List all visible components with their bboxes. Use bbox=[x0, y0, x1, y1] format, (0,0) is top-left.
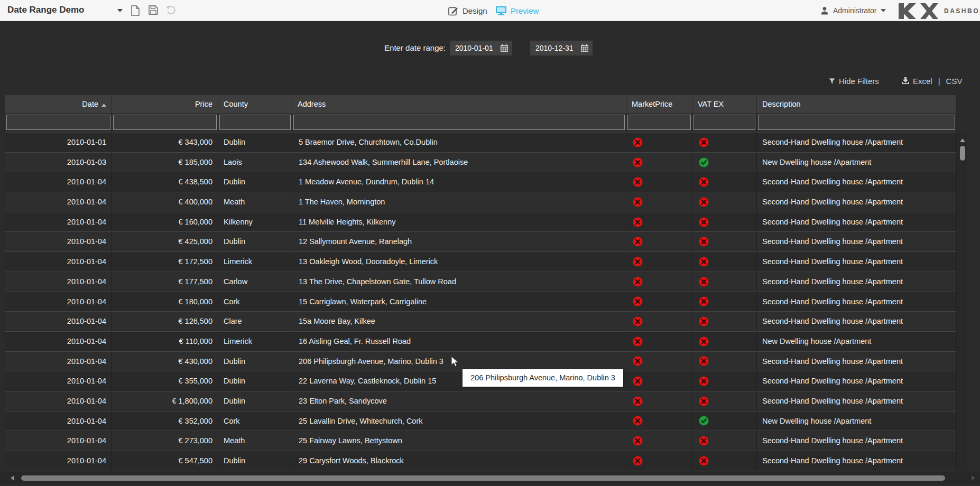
undo-button[interactable] bbox=[166, 5, 177, 15]
cell-price: € 160,000 bbox=[112, 212, 218, 232]
horizontal-scrollbar[interactable] bbox=[0, 472, 980, 484]
cancel-icon bbox=[699, 197, 709, 207]
scroll-right-icon[interactable] bbox=[972, 475, 975, 481]
cancel-icon bbox=[633, 456, 643, 466]
table-row[interactable]: 2010-01-04€ 430,000Dublin206 Philipsburg… bbox=[5, 352, 957, 372]
export-controls: Excel | CSV bbox=[902, 74, 962, 87]
cancel-icon bbox=[633, 316, 643, 326]
table-row[interactable]: 2010-01-01€ 343,000Dublin5 Braemor Drive… bbox=[5, 133, 957, 153]
cancel-icon bbox=[633, 197, 643, 207]
design-label: Design bbox=[463, 6, 487, 15]
cell-date: 2010-01-04 bbox=[5, 371, 112, 391]
new-dashboard-button[interactable] bbox=[131, 5, 140, 16]
cell-address: 15a Moore Bay, Kilkee bbox=[292, 312, 626, 332]
column-header-description[interactable]: Description bbox=[757, 95, 957, 113]
cell-marketprice bbox=[626, 272, 692, 292]
cell-date: 2010-01-04 bbox=[5, 391, 112, 412]
end-date-value: 2010-12-31 bbox=[535, 44, 574, 52]
export-csv-button[interactable]: CSV bbox=[946, 77, 963, 86]
cell-date: 2010-01-04 bbox=[5, 332, 112, 352]
cell-address: 25 Fairway Lawns, Bettystown bbox=[292, 431, 626, 451]
column-header-price[interactable]: Price bbox=[112, 95, 218, 113]
cell-description: Second-Hand Dwelling house /Apartment bbox=[757, 391, 957, 412]
filter-input-price[interactable] bbox=[113, 115, 217, 130]
cancel-icon bbox=[633, 217, 643, 227]
cell-vatex bbox=[692, 312, 757, 332]
cell-address: 11 Melville Heights, Kilkenny bbox=[292, 212, 626, 232]
cell-marketprice bbox=[626, 371, 692, 391]
kx-mark-icon bbox=[899, 3, 939, 19]
table-row[interactable]: 2010-01-04€ 438,500Dublin1 Meadow Avenue… bbox=[5, 172, 957, 192]
save-button[interactable] bbox=[149, 5, 158, 15]
cell-address: 12 Sallymount Avenue, Ranelagh bbox=[292, 232, 626, 252]
tab-preview[interactable]: Preview bbox=[496, 0, 539, 21]
table-row[interactable]: 2010-01-03€ 185,000Laois134 Ashewood Wal… bbox=[5, 153, 957, 173]
preview-label: Preview bbox=[511, 6, 539, 15]
cell-description: Second-Hand Dwelling house /Apartment bbox=[757, 431, 957, 451]
table-row[interactable]: 2010-01-04€ 400,000Meath1 The Haven, Mor… bbox=[5, 192, 957, 212]
cell-description: Second-Hand Dwelling house /Apartment bbox=[757, 252, 957, 272]
scroll-left-icon[interactable] bbox=[11, 475, 14, 481]
scroll-up-icon[interactable] bbox=[960, 138, 965, 142]
dashboard-select-caret-icon[interactable] bbox=[117, 9, 123, 12]
cell-description: Second-Hand Dwelling house /Apartment bbox=[757, 352, 957, 372]
table-row[interactable]: 2010-01-04€ 273,000Meath25 Fairway Lawns… bbox=[5, 431, 957, 451]
top-bar: Date Range Demo Design bbox=[0, 0, 980, 21]
column-header-county[interactable]: County bbox=[218, 95, 292, 113]
calendar-icon bbox=[581, 44, 588, 52]
cell-vatex bbox=[692, 451, 757, 471]
preview-monitor-icon bbox=[496, 6, 506, 15]
filter-input-county[interactable] bbox=[219, 115, 291, 130]
column-header-marketprice[interactable]: MarketPrice bbox=[626, 95, 692, 113]
column-header-vatex[interactable]: VAT EX bbox=[692, 95, 757, 113]
hide-filters-button[interactable]: Hide Filters bbox=[829, 74, 879, 87]
vertical-scrollbar-thumb[interactable] bbox=[960, 146, 965, 161]
table-row[interactable]: 2010-01-04€ 177,500Carlow13 The Drive, C… bbox=[5, 272, 957, 292]
cell-marketprice bbox=[626, 133, 692, 153]
user-caret-icon bbox=[881, 9, 886, 12]
cancel-icon bbox=[633, 356, 643, 366]
cell-county: Meath bbox=[218, 192, 292, 212]
filter-input-date[interactable] bbox=[6, 115, 110, 130]
cell-price: € 352,000 bbox=[112, 412, 218, 432]
cell-address: 23 Elton Park, Sandycove bbox=[292, 391, 626, 412]
table-row[interactable]: 2010-01-04€ 547,500Dublin29 Carysfort Wo… bbox=[5, 451, 957, 471]
cell-date: 2010-01-04 bbox=[5, 232, 112, 252]
cancel-icon bbox=[633, 137, 643, 147]
cell-price: € 126,500 bbox=[112, 312, 218, 332]
start-date-input[interactable]: 2010-01-01 bbox=[450, 41, 512, 55]
cell-address: 13 Oakleigh Wood, Dooradoyle, Limerick bbox=[292, 252, 626, 272]
horizontal-scrollbar-thumb[interactable] bbox=[21, 475, 945, 481]
end-date-input[interactable]: 2010-12-31 bbox=[530, 41, 593, 55]
table-row[interactable]: 2010-01-04€ 110,000Limerick16 Aisling Ge… bbox=[5, 332, 957, 352]
filter-input-vatex[interactable] bbox=[694, 115, 755, 130]
cell-description: Second-Hand Dwelling house /Apartment bbox=[757, 212, 957, 232]
cell-price: € 110,000 bbox=[112, 332, 218, 352]
table-row[interactable]: 2010-01-04€ 425,000Dublin12 Sallymount A… bbox=[5, 232, 957, 252]
cancel-icon bbox=[699, 316, 709, 326]
cancel-icon bbox=[699, 337, 709, 347]
table-row[interactable]: 2010-01-04€ 180,000Cork15 Carriglawn, Wa… bbox=[5, 292, 957, 312]
column-header-date[interactable]: Date bbox=[5, 95, 112, 113]
cell-vatex bbox=[692, 272, 757, 292]
table-row[interactable]: 2010-01-04€ 126,500Clare15a Moore Bay, K… bbox=[5, 312, 957, 332]
table-body: 2010-01-01€ 343,000Dublin5 Braemor Drive… bbox=[5, 133, 957, 471]
export-excel-button[interactable]: Excel bbox=[913, 77, 932, 86]
filter-input-address[interactable] bbox=[293, 115, 625, 130]
table-row[interactable]: 2010-01-04€ 1,800,000Dublin23 Elton Park… bbox=[5, 391, 957, 412]
cancel-icon bbox=[699, 217, 709, 227]
table-row[interactable]: 2010-01-04€ 352,000Cork25 Lavallin Drive… bbox=[5, 412, 957, 432]
tab-design[interactable]: Design bbox=[448, 0, 487, 21]
table-row[interactable]: 2010-01-04€ 172,500Limerick13 Oakleigh W… bbox=[5, 252, 957, 272]
cell-marketprice bbox=[626, 212, 692, 232]
cell-vatex bbox=[692, 412, 757, 432]
vertical-scrollbar[interactable] bbox=[958, 133, 967, 471]
table-row[interactable]: 2010-01-04€ 160,000Kilkenny11 Melville H… bbox=[5, 212, 957, 232]
cell-vatex bbox=[692, 391, 757, 412]
filter-input-description[interactable] bbox=[758, 115, 955, 130]
cancel-icon bbox=[633, 396, 643, 406]
user-menu[interactable]: Administrator bbox=[820, 0, 886, 21]
column-header-address[interactable]: Address bbox=[292, 95, 626, 113]
filter-input-marketprice[interactable] bbox=[627, 115, 691, 130]
cell-address: 16 Aisling Geal, Fr. Russell Road bbox=[292, 332, 626, 352]
